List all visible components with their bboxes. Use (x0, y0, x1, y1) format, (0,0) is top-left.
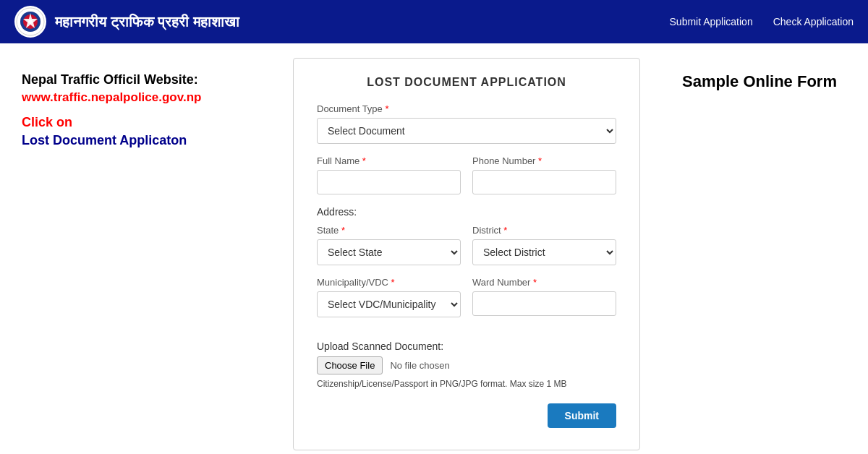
sample-form-label: Sample Online Form (682, 72, 837, 91)
submit-row: Submit (317, 403, 616, 428)
submit-application-link[interactable]: Submit Application (670, 16, 753, 27)
full-name-label: Full Name * (317, 155, 461, 166)
full-name-input[interactable] (317, 170, 461, 194)
header-nav: Submit Application Check Application (670, 16, 854, 27)
state-group: State * Select State (317, 225, 461, 265)
phone-input[interactable] (472, 170, 616, 194)
check-application-link[interactable]: Check Application (773, 16, 854, 27)
header-left: महानगरीय ट्राफिक प्रहरी महाशाखा (14, 6, 239, 38)
form-container: LOST DOCUMENT APPLICATION Document Type … (293, 58, 640, 450)
right-panel: Sample Online Form (651, 58, 868, 450)
municipality-ward-row: Municipality/VDC * Select VDC/Municipali… (317, 277, 616, 329)
main-content: Nepal Traffic Officil Website: www.traff… (0, 43, 868, 454)
site-url-label: www.traffic.nepalpolice.gov.np (22, 90, 268, 105)
header-title: महानगरीय ट्राफिक प्रहरी महाशाखा (55, 14, 239, 30)
state-district-row: State * Select State District * Select D… (317, 225, 616, 277)
state-select[interactable]: Select State (317, 239, 461, 265)
address-section: Address: State * Select State District * (317, 206, 616, 329)
header: महानगरीय ट्राफिक प्रहरी महाशाखा Submit A… (0, 0, 868, 43)
left-panel: Nepal Traffic Officil Website: www.traff… (0, 58, 282, 450)
lost-doc-link-label[interactable]: Lost Document Applicaton (22, 133, 268, 148)
municipality-select[interactable]: Select VDC/Municipality (317, 291, 461, 317)
click-on-label: Click on (22, 115, 268, 130)
form-title: LOST DOCUMENT APPLICATION (317, 76, 616, 89)
document-type-label: Document Type * (317, 103, 616, 114)
district-label: District * (472, 225, 616, 236)
no-file-label: No file chosen (390, 360, 449, 371)
phone-group: Phone Number * (472, 155, 616, 194)
svg-point-4 (28, 20, 33, 24)
municipality-label: Municipality/VDC * (317, 277, 461, 288)
submit-button[interactable]: Submit (548, 403, 616, 428)
file-row: Choose File No file chosen (317, 356, 616, 374)
district-select[interactable]: Select District (472, 239, 616, 265)
ward-group: Ward Number * (472, 277, 616, 317)
ward-input[interactable] (472, 291, 616, 316)
state-label: State * (317, 225, 461, 236)
document-type-group: Document Type * Select Document (317, 103, 616, 144)
file-hint: Citizenship/License/Passport in PNG/JPG … (317, 379, 616, 389)
address-label: Address: (317, 206, 616, 218)
upload-section: Upload Scanned Document: Choose File No … (317, 340, 616, 389)
ward-label: Ward Number * (472, 277, 616, 288)
choose-file-button[interactable]: Choose File (317, 356, 383, 374)
name-phone-row: Full Name * Phone Number * (317, 155, 616, 206)
upload-label: Upload Scanned Document: (317, 340, 616, 352)
phone-label: Phone Number * (472, 155, 616, 166)
header-logo (14, 6, 46, 38)
municipality-group: Municipality/VDC * Select VDC/Municipali… (317, 277, 461, 317)
document-type-select[interactable]: Select Document (317, 118, 616, 144)
district-group: District * Select District (472, 225, 616, 265)
site-title-label: Nepal Traffic Officil Website: (22, 72, 268, 87)
full-name-group: Full Name * (317, 155, 461, 194)
